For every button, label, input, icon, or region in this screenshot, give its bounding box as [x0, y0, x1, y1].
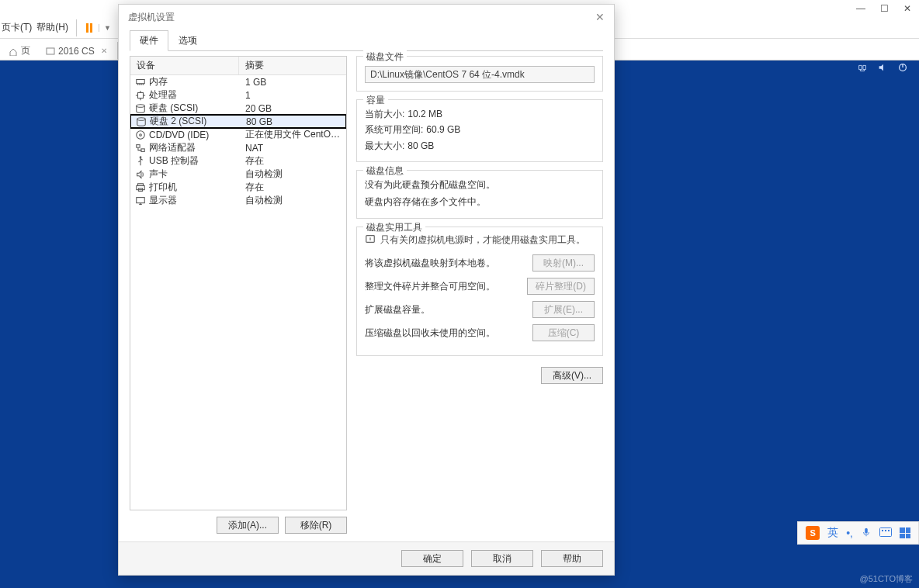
hw-row-8[interactable]: 打印机存在: [130, 181, 346, 194]
svg-point-10: [137, 104, 145, 107]
tab-options[interactable]: 选项: [168, 30, 207, 51]
pause-icon: [83, 23, 95, 33]
defrag-button: 碎片整理(D): [527, 278, 595, 295]
sound-icon: [135, 169, 146, 180]
dialog-close-icon[interactable]: ✕: [595, 11, 605, 23]
vm-settings-dialog: 虚拟机设置 ✕ 硬件 选项 设备 摘要 内存1 GB处理器1硬盘 (SCSI)2…: [118, 4, 615, 576]
tab-home-label: 页: [21, 44, 30, 57]
advanced-button[interactable]: 高级(V)...: [541, 367, 603, 384]
hw-row-4[interactable]: CD/DVD (IDE)正在使用文件 CentOS-7-x86...: [130, 128, 346, 141]
hw-row-0[interactable]: 内存1 GB: [130, 75, 346, 88]
disk-util-legend: 磁盘实用工具: [363, 221, 425, 234]
disk-info-line1: 没有为此硬盘预分配磁盘空间。: [365, 177, 595, 194]
dialog-title: 虚拟机设置: [128, 11, 175, 24]
hw-summary: 正在使用文件 CentOS-7-x86...: [239, 128, 346, 141]
hw-summary: NAT: [239, 143, 346, 154]
expand-desc: 扩展磁盘容量。: [365, 303, 532, 316]
disk-file-group: 磁盘文件 D:\Linux镜像\CentOS 7 64 位-4.vmdk: [356, 56, 603, 92]
disk-info-line2: 硬盘内容存储在多个文件中。: [365, 194, 595, 211]
chevron-down-icon[interactable]: ▼: [99, 24, 116, 32]
power-icon[interactable]: [897, 62, 908, 75]
hw-row-6[interactable]: USB 控制器存在: [130, 154, 346, 168]
svg-rect-3: [865, 527, 868, 533]
hw-name: 内存: [149, 75, 168, 88]
cd-icon: [135, 130, 146, 140]
net-icon: [135, 143, 146, 154]
ime-menu-icon[interactable]: [900, 527, 910, 538]
volume-icon[interactable]: [877, 62, 888, 75]
ime-bar[interactable]: S 英 •,: [797, 521, 919, 545]
remove-hardware-button[interactable]: 移除(R): [285, 517, 347, 534]
disk-info-group: 磁盘信息 没有为此硬盘预分配磁盘空间。 硬盘内容存储在多个文件中。: [356, 170, 603, 219]
svg-rect-20: [137, 197, 145, 202]
svg-rect-7: [888, 530, 890, 531]
window-minimize[interactable]: —: [849, 0, 872, 17]
hardware-list: 设备 摘要 内存1 GB处理器1硬盘 (SCSI)20 GB硬盘 2 (SCSI…: [130, 56, 347, 510]
svg-rect-18: [137, 185, 145, 189]
menu-tabs[interactable]: 页卡(T): [2, 21, 32, 34]
hw-row-1[interactable]: 处理器1: [130, 88, 346, 102]
ime-lang[interactable]: 英: [827, 526, 838, 540]
hw-summary: 20 GB: [239, 103, 346, 114]
vm-icon: [46, 47, 55, 56]
map-desc: 将该虚拟机磁盘映射到本地卷。: [365, 257, 532, 270]
hw-summary: 存在: [239, 181, 346, 194]
max-size-label: 最大大小:: [365, 138, 404, 154]
tab-home[interactable]: 页: [3, 42, 36, 60]
svg-rect-5: [882, 530, 883, 531]
add-hardware-button[interactable]: 添加(A)...: [217, 517, 279, 534]
close-icon[interactable]: ✕: [98, 47, 107, 55]
hw-name: CD/DVD (IDE): [149, 130, 209, 140]
disk-file-path[interactable]: D:\Linux镜像\CentOS 7 64 位-4.vmdk: [365, 66, 595, 83]
svg-rect-4: [880, 528, 892, 537]
tab-2016cs[interactable]: 2016 CS ✕: [40, 42, 113, 60]
svg-rect-0: [47, 48, 54, 54]
ime-punct-icon[interactable]: •,: [846, 527, 853, 539]
hw-row-7[interactable]: 声卡自动检测: [130, 168, 346, 181]
free-space-value: 60.9 GB: [426, 122, 460, 137]
home-icon: [9, 47, 18, 56]
capacity-legend: 容量: [363, 94, 388, 107]
hw-name: 处理器: [149, 88, 177, 102]
compact-button: 压缩(C): [532, 324, 595, 341]
disk-file-legend: 磁盘文件: [363, 50, 407, 64]
col-device[interactable]: 设备: [130, 57, 239, 74]
svg-rect-6: [885, 530, 886, 531]
svg-rect-8: [137, 79, 145, 83]
hw-row-9[interactable]: 显示器自动检测: [130, 194, 346, 207]
svg-rect-15: [141, 148, 144, 151]
pause-button[interactable]: ▼: [76, 19, 116, 36]
ok-button[interactable]: 确定: [401, 550, 463, 567]
disk-info-legend: 磁盘信息: [363, 164, 407, 178]
expand-button: 扩展(E)...: [532, 301, 595, 318]
util-note-text: 只有关闭虚拟机电源时，才能使用磁盘实用工具。: [380, 233, 585, 247]
col-summary[interactable]: 摘要: [239, 57, 346, 74]
svg-rect-14: [137, 144, 140, 147]
ime-mic-icon[interactable]: [861, 527, 872, 540]
window-close[interactable]: ✕: [896, 0, 919, 17]
hw-row-5[interactable]: 网络适配器NAT: [130, 141, 346, 154]
hw-summary: 1: [239, 90, 346, 101]
free-space-label: 系统可用空间:: [365, 122, 423, 137]
window-maximize[interactable]: ☐: [872, 0, 896, 17]
help-button[interactable]: 帮助: [541, 550, 603, 567]
tab-hardware[interactable]: 硬件: [130, 30, 168, 51]
hw-name: 硬盘 (SCSI): [149, 102, 198, 115]
ime-keyboard-icon[interactable]: [879, 527, 892, 539]
hw-name: 硬盘 2 (SCSI): [150, 115, 206, 128]
sogou-logo-icon: S: [806, 526, 820, 540]
settings-tabs: 硬件 选项: [130, 29, 603, 51]
menu-help[interactable]: 帮助(H): [36, 21, 68, 34]
cancel-button[interactable]: 取消: [471, 550, 533, 567]
network-icon[interactable]: [857, 62, 868, 75]
hw-summary: 80 GB: [240, 116, 345, 127]
hw-row-2[interactable]: 硬盘 (SCSI)20 GB: [130, 102, 346, 115]
disk-icon: [135, 103, 146, 114]
svg-point-12: [137, 130, 145, 139]
max-size-value: 80 GB: [407, 138, 434, 154]
defrag-desc: 整理文件碎片并整合可用空间。: [365, 280, 527, 293]
hw-summary: 自动检测: [239, 168, 346, 181]
printer-icon: [135, 182, 146, 193]
cpu-icon: [135, 90, 146, 101]
hw-row-3[interactable]: 硬盘 2 (SCSI)80 GB: [130, 114, 346, 129]
